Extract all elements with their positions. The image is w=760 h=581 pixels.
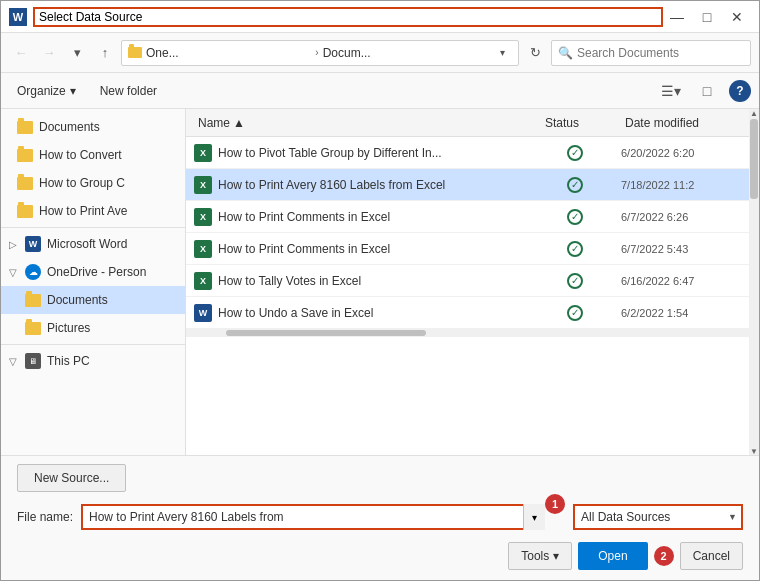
file-date: 6/7/2022 5:43 xyxy=(621,243,741,255)
file-name: How to Print Comments in Excel xyxy=(218,242,529,256)
filename-dropdown-button[interactable]: ▾ xyxy=(523,504,545,530)
file-status: ✓ xyxy=(535,305,615,321)
sidebar-item-how-to-convert[interactable]: How to Convert xyxy=(1,141,185,169)
filetype-select-wrapper: All Data Sources xyxy=(573,504,743,530)
tools-arrow: ▾ xyxy=(553,549,559,563)
sidebar-item-label: Documents xyxy=(47,293,108,307)
table-row[interactable]: X How to Print Avery 8160 Labels from Ex… xyxy=(186,169,749,201)
help-button[interactable]: ? xyxy=(729,80,751,102)
horizontal-scrollbar[interactable] xyxy=(186,329,749,337)
sidebar-item-microsoft-word[interactable]: ▷ W Microsoft Word xyxy=(1,230,185,258)
excel-icon: X xyxy=(194,208,212,226)
folder-icon xyxy=(17,177,33,190)
table-row[interactable]: X How to Print Comments in Excel ✓ 6/7/2… xyxy=(186,201,749,233)
file-date: 6/2/2022 1:54 xyxy=(621,307,741,319)
window-title: Select Data Source xyxy=(33,7,663,27)
badge-1: 1 xyxy=(545,494,565,514)
file-name: How to Undo a Save in Excel xyxy=(218,306,529,320)
minimize-button[interactable]: — xyxy=(663,5,691,29)
address-bar: ← → ▾ ↑ One... › Docum... ▾ ↻ 🔍 xyxy=(1,33,759,73)
forward-button[interactable]: → xyxy=(37,41,61,65)
word-file-icon: W xyxy=(194,304,212,322)
sidebar-item-onedrive[interactable]: ▽ ☁ OneDrive - Person xyxy=(1,258,185,286)
pane-icon: □ xyxy=(703,83,711,99)
sidebar-item-label: How to Print Ave xyxy=(39,204,128,218)
app-icon: W xyxy=(9,8,27,26)
pane-button[interactable]: □ xyxy=(693,78,721,104)
filename-input[interactable] xyxy=(81,504,545,530)
cancel-button[interactable]: Cancel xyxy=(680,542,743,570)
scroll-down-arrow[interactable]: ▼ xyxy=(749,447,759,455)
window-controls: — □ ✕ xyxy=(663,5,751,29)
col-header-name[interactable]: Name ▲ xyxy=(194,116,541,130)
table-row[interactable]: X How to Tally Votes in Excel ✓ 6/16/202… xyxy=(186,265,749,297)
toolbar: Organize ▾ New folder ☰ ▾ □ ? xyxy=(1,73,759,109)
sidebar-item-how-to-group[interactable]: How to Group C xyxy=(1,169,185,197)
horizontal-scroll-thumb xyxy=(226,330,426,336)
status-check-icon: ✓ xyxy=(567,209,583,225)
sidebar: Documents How to Convert How to Group C … xyxy=(1,109,186,455)
close-button[interactable]: ✕ xyxy=(723,5,751,29)
path-dropdown-button[interactable]: ▾ xyxy=(492,41,512,65)
folder-icon xyxy=(17,149,33,162)
folder-icon xyxy=(17,205,33,218)
file-status: ✓ xyxy=(535,145,615,161)
tools-label: Tools xyxy=(521,549,549,563)
sidebar-item-how-to-print[interactable]: How to Print Ave xyxy=(1,197,185,225)
organize-button[interactable]: Organize ▾ xyxy=(9,78,84,104)
excel-icon: X xyxy=(194,176,212,194)
vertical-scrollbar[interactable]: ▲ ▼ xyxy=(749,109,759,455)
open-button[interactable]: Open xyxy=(578,542,647,570)
filetype-select[interactable]: All Data Sources xyxy=(573,504,743,530)
expand-icon: ▽ xyxy=(9,267,17,278)
scroll-up-arrow[interactable]: ▲ xyxy=(749,109,759,117)
col-name-label: Name xyxy=(198,116,230,130)
up-button[interactable]: ↑ xyxy=(93,41,117,65)
refresh-button[interactable]: ↻ xyxy=(523,41,547,65)
file-name: How to Print Comments in Excel xyxy=(218,210,529,224)
file-list: Name ▲ Status Date modified X How to Piv… xyxy=(186,109,749,455)
organize-arrow: ▾ xyxy=(70,84,76,98)
view-button[interactable]: ☰ ▾ xyxy=(657,78,685,104)
new-folder-button[interactable]: New folder xyxy=(92,78,165,104)
sidebar-item-label: OneDrive - Person xyxy=(47,265,146,279)
table-row[interactable]: X How to Pivot Table Group by Different … xyxy=(186,137,749,169)
nav-dropdown-button[interactable]: ▾ xyxy=(65,41,89,65)
col-header-date[interactable]: Date modified xyxy=(621,116,741,130)
cloud-icon: ☁ xyxy=(25,264,41,280)
maximize-button[interactable]: □ xyxy=(693,5,721,29)
file-date: 6/20/2022 6:20 xyxy=(621,147,741,159)
search-input[interactable] xyxy=(577,46,744,60)
excel-icon: X xyxy=(194,272,212,290)
table-row[interactable]: X How to Print Comments in Excel ✓ 6/7/2… xyxy=(186,233,749,265)
sidebar-item-label: How to Convert xyxy=(39,148,122,162)
status-check-icon: ✓ xyxy=(567,241,583,257)
organize-label: Organize xyxy=(17,84,66,98)
main-content: Documents How to Convert How to Group C … xyxy=(1,109,759,455)
col-header-status[interactable]: Status xyxy=(541,116,621,130)
sidebar-item-label: How to Group C xyxy=(39,176,125,190)
file-name: How to Tally Votes in Excel xyxy=(218,274,529,288)
tools-button[interactable]: Tools ▾ xyxy=(508,542,572,570)
sidebar-item-documents2[interactable]: Documents xyxy=(1,286,185,314)
file-name: How to Print Avery 8160 Labels from Exce… xyxy=(218,178,529,192)
file-status: ✓ xyxy=(535,209,615,225)
sidebar-item-documents[interactable]: Documents xyxy=(1,113,185,141)
status-check-icon: ✓ xyxy=(567,273,583,289)
search-box: 🔍 xyxy=(551,40,751,66)
table-row[interactable]: W How to Undo a Save in Excel ✓ 6/2/2022… xyxy=(186,297,749,329)
view-arrow: ▾ xyxy=(674,83,681,99)
file-rows: X How to Pivot Table Group by Different … xyxy=(186,137,749,455)
address-path[interactable]: One... › Docum... ▾ xyxy=(121,40,519,66)
file-date: 7/18/2022 11:2 xyxy=(621,179,741,191)
sidebar-item-pictures[interactable]: Pictures xyxy=(1,314,185,342)
back-button[interactable]: ← xyxy=(9,41,33,65)
file-list-header: Name ▲ Status Date modified xyxy=(186,109,749,137)
help-icon: ? xyxy=(736,84,743,98)
sidebar-item-this-pc[interactable]: ▽ 🖥 This PC xyxy=(1,347,185,375)
filename-row: File name: ▾ 1 All Data Sources xyxy=(1,500,759,538)
file-date: 6/7/2022 6:26 xyxy=(621,211,741,223)
new-source-button[interactable]: New Source... xyxy=(17,464,126,492)
expand-icon: ▷ xyxy=(9,239,17,250)
path-part1: One... xyxy=(146,46,311,60)
